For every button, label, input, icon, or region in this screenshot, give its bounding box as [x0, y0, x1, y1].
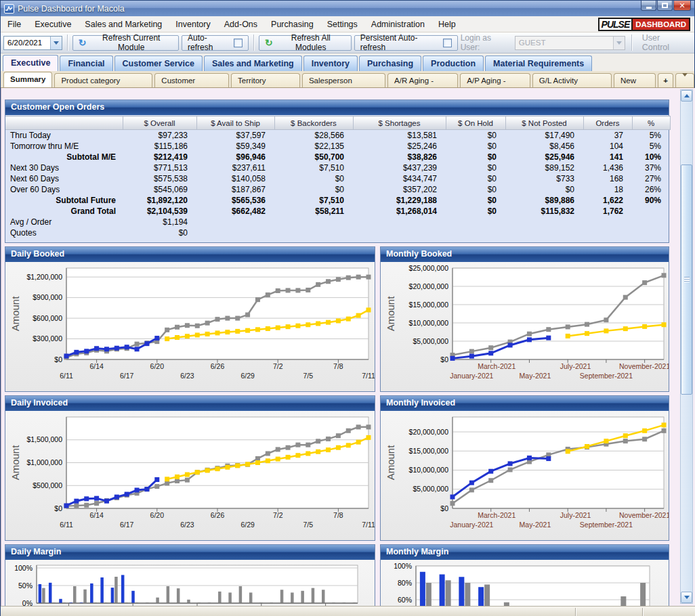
cell-value — [446, 217, 505, 227]
tab-inventory[interactable]: Inventory — [303, 56, 358, 71]
svg-text:$5,000,000: $5,000,000 — [413, 485, 448, 493]
cell-value — [353, 227, 446, 238]
subtab-customer-analysis[interactable]: Customer analysis — [154, 73, 229, 87]
subtab-salesperson-analysis[interactable]: Salesperson analysis — [302, 73, 385, 87]
svg-text:7/2: 7/2 — [273, 511, 283, 519]
column-header-avail-to-ship[interactable]: $ Avail to Ship — [196, 116, 274, 130]
column-header-orders[interactable]: Orders — [583, 116, 632, 130]
tab-financial[interactable]: Financial — [60, 56, 112, 71]
tab-sales-and-marketing[interactable]: Sales and Marketing — [204, 56, 302, 71]
minimize-button[interactable] — [641, 1, 656, 11]
table-row-next-60-days: Next 60 Days$575,538$140,058$0$434,747$0… — [5, 173, 670, 184]
date-dropdown-button[interactable] — [50, 37, 62, 49]
row-label: Avg / Order — [5, 217, 123, 227]
daily-booked-header: Daily Booked — [5, 247, 375, 262]
column-header-backorders[interactable]: $ Backorders — [274, 116, 353, 130]
column-header-shortages[interactable]: $ Shortages — [353, 116, 446, 130]
svg-text:$20,000,000: $20,000,000 — [409, 428, 449, 436]
svg-text:6/17: 6/17 — [120, 521, 134, 529]
menu-item-executive[interactable]: Executive — [28, 16, 78, 32]
column-header-on-hold[interactable]: $ On Hold — [446, 116, 505, 130]
subtab-summary[interactable]: Summary — [3, 72, 52, 87]
cell-value: $0 — [274, 173, 353, 184]
monthly-invoiced-chart: $0$5,000,000$10,000,000$15,000,000$20,00… — [381, 411, 669, 540]
daily-margin-chart: 0%50%100%6/116/146/176/206/236/266/297/2… — [5, 560, 375, 606]
svg-text:$600,000: $600,000 — [33, 314, 62, 322]
tab-list-dropdown-button[interactable] — [675, 73, 694, 87]
date-picker[interactable]: 6/20/2021 — [3, 36, 62, 50]
menu-item-sales-and-marketing[interactable]: Sales and Marketing — [78, 16, 169, 32]
toolbar: 6/20/2021 ↻ Refresh Current Module Auto-… — [1, 32, 694, 53]
subtab-territory-analysis[interactable]: Territory analysis — [231, 73, 300, 87]
tab-material-requirements[interactable]: Material Requirements — [485, 56, 592, 71]
module-tab-bar: ExecutiveFinancialCustomer ServiceSales … — [3, 55, 592, 71]
persistent-auto-refresh-group: Persistent Auto-refresh — [354, 35, 458, 51]
cell-value: 5% — [632, 130, 670, 141]
cell-value: $115,832 — [505, 206, 583, 217]
cell-value: $237,611 — [196, 162, 274, 173]
subtab-new-tab[interactable]: New Tab — [614, 73, 656, 87]
persistent-auto-refresh-checkbox[interactable] — [443, 39, 452, 47]
toolbar-separator — [631, 35, 632, 51]
menu-item-settings[interactable]: Settings — [320, 16, 364, 32]
daily-booked-chart: $0$300,000$600,000$900,000$1,200,0006/11… — [5, 262, 375, 391]
table-row-tomorrow-thru-m-e: Tomorrow thru M/E$115,186$59,349$22,135$… — [5, 141, 670, 152]
cell-value: 5% — [632, 141, 670, 152]
subtab-a-r-aging-detail[interactable]: A/R Aging - detail — [387, 73, 458, 87]
scrollbar-thumb[interactable] — [681, 164, 692, 395]
menu-item-add-ons[interactable]: Add-Ons — [217, 16, 264, 32]
menu-item-administration[interactable]: Administration — [364, 16, 431, 32]
user-control-button[interactable]: User Control — [638, 33, 692, 52]
cell-value — [353, 217, 446, 227]
cell-value: $89,886 — [505, 195, 583, 206]
svg-text:6/26: 6/26 — [211, 511, 225, 519]
login-user-select[interactable]: GUEST — [515, 36, 625, 50]
tab-executive[interactable]: Executive — [3, 55, 58, 71]
svg-text:7/8: 7/8 — [333, 362, 343, 370]
tab-production[interactable]: Production — [423, 56, 484, 71]
subtab-a-p-aging-detail[interactable]: A/P Aging - detail — [460, 73, 530, 87]
tab-purchasing[interactable]: Purchasing — [359, 56, 421, 71]
refresh-current-module-button[interactable]: ↻ Refresh Current Module — [72, 35, 179, 51]
cell-value: $187,867 — [196, 184, 274, 195]
scroll-down-button[interactable] — [681, 592, 692, 603]
monthly-booked-header: Monthly Booked — [381, 247, 669, 262]
tab-customer-service[interactable]: Customer Service — [114, 56, 203, 71]
cell-value: 168 — [583, 173, 632, 184]
vertical-scrollbar[interactable] — [680, 89, 693, 604]
scroll-up-button[interactable] — [681, 90, 692, 102]
svg-text:$300,000: $300,000 — [33, 334, 62, 343]
login-user-dropdown-button[interactable] — [613, 37, 625, 49]
cell-value: $434,747 — [353, 173, 446, 184]
column-header-not-posted[interactable]: $ Not Posted — [505, 116, 583, 130]
add-tab-button[interactable]: + — [658, 73, 673, 87]
column-header-row-label[interactable] — [5, 116, 123, 130]
cell-value: $0 — [446, 130, 505, 141]
subtab-product-category-analysis[interactable]: Product category analysis — [54, 73, 152, 87]
menu-item-help[interactable]: Help — [431, 16, 463, 32]
statusbar-divider — [575, 608, 576, 616]
menu-item-inventory[interactable]: Inventory — [169, 16, 217, 32]
svg-text:7/5: 7/5 — [303, 521, 313, 529]
minimize-icon — [646, 7, 652, 9]
column-header-[interactable]: % — [632, 116, 670, 130]
svg-text:$10,000,000: $10,000,000 — [409, 319, 449, 327]
cell-value — [505, 227, 583, 238]
cell-value — [632, 217, 670, 227]
menu-item-file[interactable]: File — [1, 16, 28, 32]
svg-text:6/14: 6/14 — [89, 511, 104, 519]
refresh-all-modules-button[interactable]: ↻ Refresh All Modules — [259, 35, 352, 51]
cell-value: $25,246 — [353, 141, 446, 152]
svg-text:$1,500,000: $1,500,000 — [26, 435, 62, 443]
close-button[interactable]: ✕ — [673, 1, 691, 11]
menu-item-purchasing[interactable]: Purchasing — [264, 16, 320, 32]
cell-value: 90% — [632, 195, 670, 206]
cell-value: $115,186 — [123, 141, 196, 152]
maximize-button[interactable] — [657, 1, 673, 11]
subtab-g-l-activity-analysis[interactable]: G/L Activity Analysis — [532, 73, 612, 87]
cell-value: $58,211 — [274, 206, 353, 217]
svg-text:6/29: 6/29 — [240, 372, 255, 380]
svg-text:100%: 100% — [394, 562, 412, 570]
auto-refresh-checkbox[interactable] — [234, 39, 243, 47]
column-header-overall[interactable]: $ Overall — [123, 116, 196, 130]
